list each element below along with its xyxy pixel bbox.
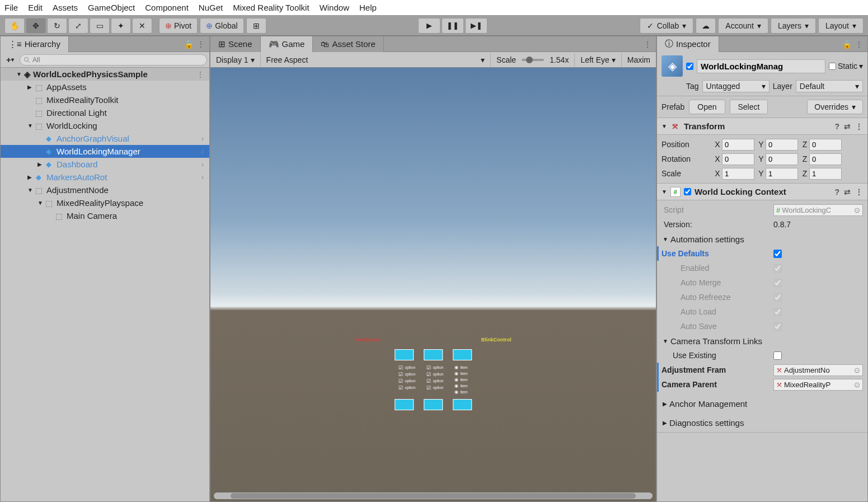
pos-z-input[interactable] bbox=[809, 139, 842, 151]
hierarchy-tab[interactable]: ⋮≡Hierarchy bbox=[1, 36, 69, 52]
lock-icon[interactable]: 🔒 bbox=[842, 39, 852, 49]
pause-button[interactable]: ❚❚ bbox=[442, 18, 464, 34]
step-button[interactable]: ▶❚ bbox=[465, 18, 487, 34]
layer-dropdown[interactable]: Default▾ bbox=[796, 80, 863, 92]
active-checkbox[interactable] bbox=[686, 63, 693, 70]
overrides-dropdown[interactable]: Overrides▾ bbox=[807, 100, 863, 114]
horizontal-scrollbar[interactable] bbox=[214, 492, 653, 499]
layers-dropdown[interactable]: Layers▾ bbox=[771, 18, 816, 34]
menu-icon[interactable]: ⋮ bbox=[196, 39, 206, 49]
use-defaults-checkbox[interactable] bbox=[773, 250, 782, 258]
menu-icon[interactable]: ⋮ bbox=[855, 187, 863, 196]
rot-x-input[interactable] bbox=[722, 153, 754, 165]
scale-y-input[interactable] bbox=[766, 168, 798, 180]
menu-help[interactable]: Help bbox=[359, 3, 377, 12]
rotate-tool[interactable]: ↻ bbox=[47, 18, 67, 34]
maximize-toggle[interactable]: Maxim bbox=[622, 53, 656, 67]
move-tool[interactable]: ✥ bbox=[26, 18, 46, 34]
static-checkbox[interactable] bbox=[829, 63, 836, 70]
camera-links-section[interactable]: ▼Camera Transform Links bbox=[661, 334, 863, 348]
pos-x-input[interactable] bbox=[722, 139, 754, 151]
lock-icon[interactable]: 🔒 bbox=[184, 39, 194, 49]
hierarchy-search-input[interactable] bbox=[20, 54, 207, 65]
automerge-label: Auto Merge bbox=[681, 278, 773, 287]
cloud-button[interactable]: ☁ bbox=[696, 18, 716, 34]
camera-parent-field[interactable]: ⤧MixedRealityP⊙ bbox=[773, 379, 863, 391]
menu-window[interactable]: Window bbox=[320, 3, 349, 12]
game-tab[interactable]: 🎮Game bbox=[261, 36, 313, 52]
menu-gameobject[interactable]: GameObject bbox=[88, 3, 135, 12]
scale-slider[interactable] bbox=[522, 59, 544, 61]
tree-item-worldlocking[interactable]: ▼WorldLocking bbox=[1, 119, 209, 132]
game-label-red: FreeSpace bbox=[355, 337, 381, 343]
menu-edit[interactable]: Edit bbox=[28, 3, 43, 12]
adjustment-frame-field[interactable]: ⤧AdjustmentNo⊙ bbox=[773, 364, 863, 376]
tree-item-mixedrealityplayspace[interactable]: ▼MixedRealityPlayspace bbox=[1, 196, 209, 209]
pos-y-input[interactable] bbox=[766, 139, 798, 151]
preset-icon[interactable]: ⇄ bbox=[844, 122, 851, 131]
scene-row[interactable]: ▼◈WorldLockedPhysicsSample⋮ bbox=[1, 68, 209, 81]
component-enabled-checkbox[interactable] bbox=[684, 188, 691, 195]
global-toggle[interactable]: ⊕Global bbox=[200, 18, 243, 34]
snap-toggle[interactable]: ⊞ bbox=[246, 18, 266, 34]
scale-control[interactable]: Scale1.54x bbox=[491, 53, 575, 67]
menu-mrtk[interactable]: Mixed Reality Toolkit bbox=[233, 3, 309, 12]
menu-icon[interactable]: ⋮ bbox=[855, 122, 863, 131]
use-existing-checkbox[interactable] bbox=[773, 351, 782, 360]
tree-item-anchorgraphvisual[interactable]: AnchorGraphVisual› bbox=[1, 132, 209, 145]
menu-assets[interactable]: Assets bbox=[53, 3, 78, 12]
tree-item-appassets[interactable]: ▶AppAssets bbox=[1, 81, 209, 93]
tree-item-worldlockingmanager[interactable]: WorldLockingManager› bbox=[1, 145, 209, 158]
play-button[interactable]: ▶ bbox=[418, 18, 440, 34]
game-button bbox=[424, 399, 443, 410]
help-icon[interactable]: ? bbox=[834, 187, 839, 196]
tree-item-mixedrealitytoolkit[interactable]: MixedRealityToolkit bbox=[1, 93, 209, 106]
prefab-select-button[interactable]: Select bbox=[730, 100, 768, 114]
world-locking-context-component: ▼ # World Locking Context ?⇄⋮ Script #Wo… bbox=[657, 184, 867, 433]
assetstore-tab[interactable]: 🛍Asset Store bbox=[313, 36, 384, 52]
fold-icon[interactable]: ▼ bbox=[661, 189, 667, 195]
scale-tool[interactable]: ⤢ bbox=[68, 18, 88, 34]
tree-item-main-camera[interactable]: Main Camera bbox=[1, 209, 209, 222]
tree-item-directional-light[interactable]: Directional Light bbox=[1, 106, 209, 119]
autoload-checkbox bbox=[773, 308, 782, 316]
diagnostics-section[interactable]: ▶Diagnostics settings bbox=[661, 415, 863, 430]
game-icon: 🎮 bbox=[269, 39, 279, 49]
automation-section[interactable]: ▼Automation settings bbox=[661, 232, 863, 246]
prefab-open-button[interactable]: Open bbox=[689, 100, 725, 114]
fold-icon[interactable]: ▼ bbox=[661, 123, 667, 129]
tree-item-dashboard[interactable]: ▶Dashboard› bbox=[1, 158, 209, 171]
display-dropdown[interactable]: Display 1▾ bbox=[210, 53, 261, 67]
menu-icon[interactable]: ⋮ bbox=[854, 39, 864, 49]
rot-y-input[interactable] bbox=[766, 153, 798, 165]
preset-icon[interactable]: ⇄ bbox=[844, 187, 851, 196]
menu-file[interactable]: File bbox=[4, 3, 18, 12]
enabled-checkbox bbox=[773, 264, 782, 273]
collab-dropdown[interactable]: ✓Collab▾ bbox=[640, 18, 694, 34]
tree-item-adjustmentnode[interactable]: ▼AdjustmentNode bbox=[1, 184, 209, 196]
scene-tab[interactable]: ⊞Scene bbox=[210, 36, 261, 52]
menu-component[interactable]: Component bbox=[145, 3, 189, 12]
eye-dropdown[interactable]: Left Eye▾ bbox=[575, 53, 621, 67]
create-dropdown[interactable]: +▾ bbox=[3, 54, 17, 66]
scale-z-input[interactable] bbox=[809, 168, 842, 180]
anchor-management-section[interactable]: ▶Anchor Management bbox=[661, 396, 863, 411]
scale-x-input[interactable] bbox=[722, 168, 754, 180]
account-dropdown[interactable]: Account▾ bbox=[718, 18, 768, 34]
camera-parent-label: Camera Parent bbox=[661, 380, 773, 389]
gameobject-name-input[interactable] bbox=[697, 59, 825, 73]
rect-tool[interactable]: ▭ bbox=[90, 18, 110, 34]
aspect-dropdown[interactable]: Free Aspect▾ bbox=[261, 53, 491, 67]
transform-tool[interactable]: ✦ bbox=[111, 18, 131, 34]
help-icon[interactable]: ? bbox=[834, 122, 839, 131]
custom-tool[interactable]: ✕ bbox=[132, 18, 152, 34]
hand-tool[interactable]: ✋ bbox=[4, 18, 25, 34]
menu-icon[interactable]: ⋮ bbox=[642, 39, 653, 49]
inspector-tab[interactable]: ⓘInspector bbox=[657, 36, 719, 52]
rot-z-input[interactable] bbox=[809, 153, 842, 165]
pivot-toggle[interactable]: ⊕Pivot bbox=[159, 18, 198, 34]
layout-dropdown[interactable]: Layout▾ bbox=[818, 18, 864, 34]
menu-nuget[interactable]: NuGet bbox=[199, 3, 223, 12]
tree-item-markersautorot[interactable]: ▶MarkersAutoRot› bbox=[1, 171, 209, 184]
tag-dropdown[interactable]: Untagged▾ bbox=[702, 80, 770, 92]
